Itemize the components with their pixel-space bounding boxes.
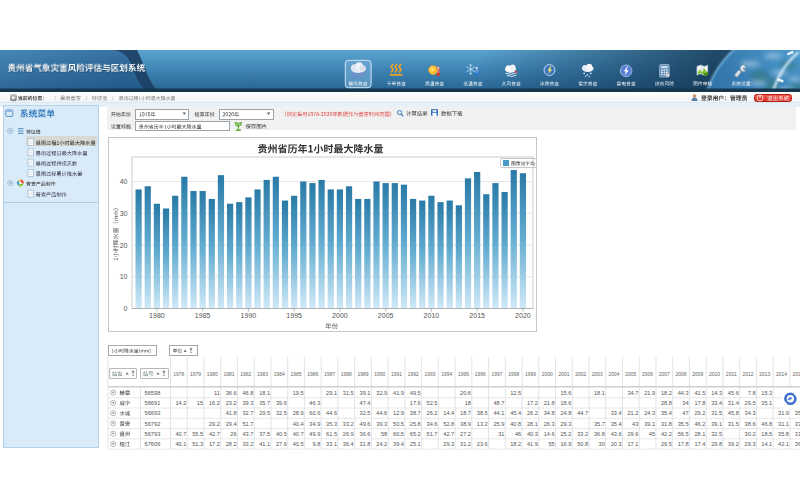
svg-text:29.6: 29.6	[627, 431, 638, 437]
svg-text:44.7: 44.7	[577, 410, 588, 416]
svg-text:31.9: 31.9	[778, 410, 789, 416]
svg-text:34.9: 34.9	[309, 421, 320, 427]
svg-text:30.8: 30.8	[795, 400, 800, 406]
svg-text:39.1: 39.1	[711, 421, 722, 427]
svg-text:17.8: 17.8	[678, 441, 689, 447]
svg-text:2008: 2008	[676, 370, 687, 377]
svg-text:27.2: 27.2	[460, 431, 471, 437]
svg-text:16.9: 16.9	[560, 441, 571, 447]
svg-text:29.5: 29.5	[661, 441, 672, 447]
svg-text:41.1: 41.1	[259, 441, 270, 447]
svg-text:20.6: 20.6	[460, 390, 471, 396]
svg-text:44.6: 44.6	[376, 410, 387, 416]
svg-text:1986: 1986	[307, 370, 318, 377]
svg-text:23.6: 23.6	[477, 441, 488, 447]
svg-text:18.6: 18.6	[560, 400, 571, 406]
svg-text:50.8: 50.8	[577, 441, 588, 447]
svg-text:52.8: 52.8	[443, 421, 454, 427]
svg-text:40.5: 40.5	[276, 431, 287, 437]
svg-text:49.6: 49.6	[360, 421, 371, 427]
svg-text:17.8: 17.8	[694, 400, 705, 406]
svg-text:40.7: 40.7	[293, 431, 304, 437]
svg-text:34.7: 34.7	[627, 390, 638, 396]
svg-text:32.5: 32.5	[360, 410, 371, 416]
svg-text:17.6: 17.6	[410, 400, 421, 406]
svg-text:28.1: 28.1	[694, 431, 705, 437]
svg-text:29.1: 29.1	[326, 390, 337, 396]
svg-text:45.4: 45.4	[510, 410, 521, 416]
svg-text:25.1: 25.1	[410, 441, 421, 447]
svg-text:1985: 1985	[291, 370, 302, 377]
svg-text:14.2: 14.2	[175, 400, 186, 406]
svg-text:36.6: 36.6	[360, 431, 371, 437]
svg-text:39.1: 39.1	[360, 390, 371, 396]
svg-text:42.2: 42.2	[661, 431, 672, 437]
svg-text:24.2: 24.2	[376, 441, 387, 447]
svg-text:42.1: 42.1	[778, 441, 789, 447]
svg-text:30.2: 30.2	[745, 431, 756, 437]
svg-text:32.9: 32.9	[376, 390, 387, 396]
svg-text:18.2: 18.2	[510, 441, 521, 447]
svg-text:38.5: 38.5	[477, 410, 488, 416]
svg-text:1997: 1997	[491, 370, 502, 377]
svg-text:56792: 56792	[145, 421, 161, 427]
svg-text:31.8: 31.8	[360, 441, 371, 447]
svg-text:55.5: 55.5	[192, 431, 203, 437]
svg-text:24.3: 24.3	[644, 410, 655, 416]
svg-text:31.1: 31.1	[778, 421, 789, 427]
svg-text:49.5: 49.5	[410, 390, 421, 396]
svg-text:2000: 2000	[542, 370, 553, 377]
svg-text:34.6: 34.6	[427, 421, 438, 427]
svg-text:39.1: 39.1	[644, 421, 655, 427]
svg-text:51.3: 51.3	[192, 441, 203, 447]
svg-text:35.5: 35.5	[678, 421, 689, 427]
svg-text:1996: 1996	[475, 370, 486, 377]
svg-text:35.8: 35.8	[778, 431, 789, 437]
svg-text:1991: 1991	[391, 370, 402, 377]
svg-text:1981: 1981	[224, 370, 235, 377]
svg-text:39.3: 39.3	[376, 421, 387, 427]
svg-text:44.6: 44.6	[326, 410, 337, 416]
svg-text:33.2: 33.2	[242, 441, 253, 447]
svg-text:33.2: 33.2	[343, 421, 354, 427]
svg-text:18.1: 18.1	[594, 390, 605, 396]
svg-text:21.9: 21.9	[644, 390, 655, 396]
svg-text:25.8: 25.8	[410, 421, 421, 427]
svg-text:44.3: 44.3	[678, 390, 689, 396]
svg-text:27.6: 27.6	[276, 441, 287, 447]
svg-text:39.2: 39.2	[728, 441, 739, 447]
svg-text:56793: 56793	[145, 431, 161, 437]
svg-text:21.2: 21.2	[627, 410, 638, 416]
svg-text:1989: 1989	[358, 370, 369, 377]
svg-text:21.8: 21.8	[544, 400, 555, 406]
svg-text:1988: 1988	[341, 370, 352, 377]
svg-text:36.2: 36.2	[795, 441, 800, 447]
svg-text:35.4: 35.4	[661, 410, 672, 416]
svg-text:20.3: 20.3	[611, 441, 622, 447]
svg-text:26.2: 26.2	[427, 410, 438, 416]
svg-text:41.9: 41.9	[393, 390, 404, 396]
svg-text:35.7: 35.7	[594, 421, 605, 427]
svg-text:2012: 2012	[743, 370, 754, 377]
svg-text:1983: 1983	[257, 370, 268, 377]
svg-text:33.4: 33.4	[711, 400, 722, 406]
svg-text:28.1: 28.1	[527, 421, 538, 427]
svg-text:56693: 56693	[145, 410, 161, 416]
svg-text:1993: 1993	[424, 370, 435, 377]
svg-text:36.8: 36.8	[594, 431, 605, 437]
svg-text:43.6: 43.6	[611, 431, 622, 437]
svg-text:26.3: 26.3	[544, 421, 555, 427]
svg-text:29.2: 29.2	[209, 421, 220, 427]
svg-text:18.7: 18.7	[460, 410, 471, 416]
svg-text:14.1: 14.1	[761, 441, 772, 447]
svg-text:2001: 2001	[558, 370, 569, 377]
svg-text:15.3: 15.3	[761, 390, 772, 396]
svg-text:56598: 56598	[145, 390, 161, 396]
svg-text:35.1: 35.1	[761, 400, 772, 406]
svg-text:17.2: 17.2	[209, 441, 220, 447]
svg-text:45: 45	[649, 431, 655, 437]
svg-text:60.6: 60.6	[309, 410, 320, 416]
svg-text:2011: 2011	[726, 370, 737, 377]
svg-text:42.7: 42.7	[443, 431, 454, 437]
svg-text:32.7: 32.7	[242, 410, 253, 416]
